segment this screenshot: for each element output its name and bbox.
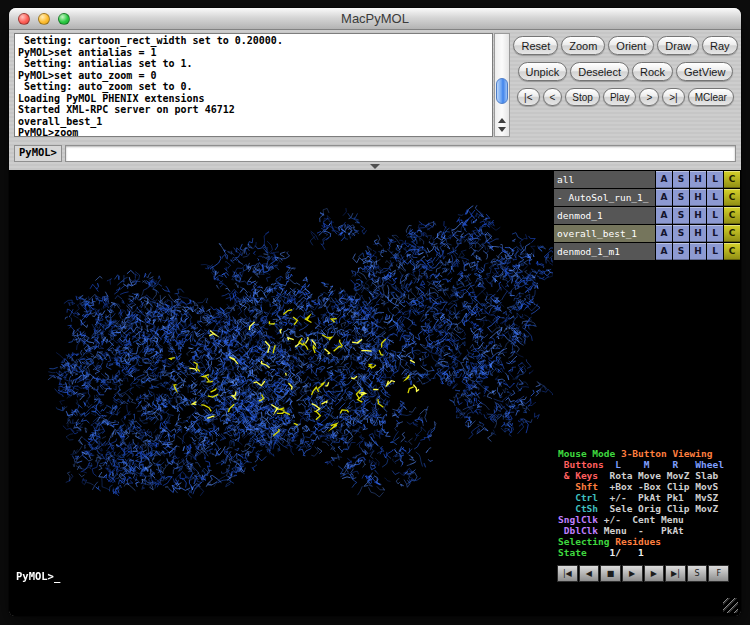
mouse-panel-text: SnglClk [558, 514, 604, 525]
object-s-button[interactable]: S [673, 243, 689, 260]
mouse-panel-text: Rota Move MovZ Slab [604, 470, 718, 481]
mouse-panel-text: +/- PkAt Pk1 MvSZ [604, 492, 718, 503]
object-name[interactable]: denmod_1_m1 [554, 243, 655, 260]
object-l-button[interactable]: L [707, 243, 723, 260]
console-line: Setting: cartoon_rect_width set to 0.200… [18, 35, 489, 47]
vcr-end-button[interactable]: ▶| [665, 565, 686, 582]
mouse-panel-text: State [558, 547, 592, 558]
window-title: MacPyMOL [9, 8, 741, 29]
console-scrollbar[interactable] [494, 33, 510, 137]
object-c-button[interactable]: C [724, 225, 740, 242]
vcr-stop-button[interactable]: ■ [600, 565, 621, 582]
object-c-button[interactable]: C [724, 243, 740, 260]
object-name[interactable]: - AutoSol_run_1_ [554, 189, 655, 206]
rock-button[interactable]: Rock [632, 62, 673, 81]
mouse-panel-text: +Box -Box Clip MovS [604, 481, 718, 492]
object-a-button[interactable]: A [656, 207, 672, 224]
object-a-button[interactable]: A [656, 243, 672, 260]
object-h-button[interactable]: H [690, 207, 706, 224]
object-l-button[interactable]: L [707, 207, 723, 224]
minimize-button[interactable] [38, 13, 50, 25]
object-name[interactable]: overall_best_1 [554, 225, 655, 242]
object-panel: allASHLC- AutoSol_run_1_ASHLCdenmod_1ASH… [554, 170, 741, 616]
object-l-button[interactable]: L [707, 189, 723, 206]
vcr-s-button[interactable]: S [687, 565, 708, 582]
movie-next-button[interactable]: > [639, 88, 659, 106]
molecule-viewport[interactable] [9, 170, 553, 616]
mclear-button[interactable]: MClear [688, 88, 734, 106]
sash[interactable] [9, 164, 741, 169]
getview-button[interactable]: GetView [676, 62, 733, 81]
object-name[interactable]: denmod_1 [554, 207, 655, 224]
sash-handle-icon[interactable] [370, 164, 380, 169]
console-line: Loading PyMOL PHENIX extensions [18, 93, 489, 105]
vcr-f-button[interactable]: F [708, 565, 729, 582]
object-s-button[interactable]: S [673, 189, 689, 206]
object-h-button[interactable]: H [690, 225, 706, 242]
scroll-up-icon[interactable] [498, 118, 506, 123]
movie-last-button[interactable]: >| [662, 88, 684, 106]
object-s-button[interactable]: S [673, 225, 689, 242]
command-input[interactable] [65, 145, 736, 162]
object-l-button[interactable]: L [707, 171, 723, 188]
mouse-panel-line: Selecting Residues [558, 536, 741, 547]
unpick-button[interactable]: Unpick [518, 62, 568, 81]
object-a-button[interactable]: A [656, 171, 672, 188]
vcr-play-button[interactable]: ▶ [622, 565, 643, 582]
object-s-button[interactable]: S [673, 207, 689, 224]
mouse-mode-panel[interactable]: Mouse Mode 3-Button Viewing Buttons L M … [558, 448, 741, 558]
scroll-down-icon[interactable] [498, 127, 506, 132]
console-line: PyMOL>set antialias = 1 [18, 47, 489, 59]
object-l-button[interactable]: L [707, 225, 723, 242]
console-line: Started XML-RPC server on port 46712 [18, 104, 489, 116]
reset-button[interactable]: Reset [513, 36, 558, 55]
object-h-button[interactable]: H [690, 189, 706, 206]
console-line: Setting: antialias set to 1. [18, 58, 489, 70]
vcr-rewind-button[interactable]: |◀ [557, 565, 578, 582]
object-row: denmod_1ASHLC [554, 207, 740, 224]
movie-prev-button[interactable]: < [543, 88, 563, 106]
close-button[interactable] [18, 13, 30, 25]
draw-button[interactable]: Draw [657, 36, 699, 55]
console-line: Setting: auto_zoom set to 0. [18, 81, 489, 93]
maximize-button[interactable] [58, 13, 70, 25]
mouse-panel-text: Selecting [558, 536, 609, 547]
object-h-button[interactable]: H [690, 243, 706, 260]
console-log[interactable]: Setting: cartoon_rect_width set to 0.200… [14, 33, 493, 137]
object-list: allASHLC- AutoSol_run_1_ASHLCdenmod_1ASH… [554, 171, 740, 261]
object-a-button[interactable]: A [656, 189, 672, 206]
movie-play-button[interactable]: Play [603, 88, 636, 106]
main-area: PyMOL>_ allASHLC- AutoSol_run_1_ASHLCden… [9, 170, 741, 616]
object-h-button[interactable]: H [690, 171, 706, 188]
resize-grip[interactable] [723, 598, 738, 613]
mouse-panel-text: Ctrl [558, 492, 604, 503]
mouse-panel-text: 1/ 1 [592, 547, 643, 558]
title-bar[interactable]: MacPyMOL [9, 8, 741, 30]
mouse-panel-text: L M R Wheel [609, 459, 723, 470]
mouse-panel-text: DblClk [558, 525, 604, 536]
mouse-panel-line: Buttons L M R Wheel [558, 459, 741, 470]
object-row: denmod_1_m1ASHLC [554, 243, 740, 260]
object-row: overall_best_1ASHLC [554, 225, 740, 242]
scrollbar-thumb[interactable] [496, 78, 508, 104]
movie-first-button[interactable]: |< [517, 88, 539, 106]
zoom-button[interactable]: Zoom [561, 36, 605, 55]
mouse-panel-line: DblClk Menu - PkAt [558, 525, 741, 536]
ray-button[interactable]: Ray [702, 36, 738, 55]
object-c-button[interactable]: C [724, 207, 740, 224]
mouse-panel-text: & Keys [558, 470, 604, 481]
vcr-step-forward-button[interactable]: ▶ [644, 565, 665, 582]
movie-stop-button[interactable]: Stop [565, 88, 600, 106]
toolbar-row-2: UnpickDeselectRockGetView [518, 62, 734, 81]
vcr-step-back-button[interactable]: ◀ [579, 565, 600, 582]
movie-controls: |◀◀■▶▶▶|SF [557, 565, 729, 582]
object-a-button[interactable]: A [656, 225, 672, 242]
toolbar-row-3: |<<StopPlay>>|MClear [517, 88, 734, 106]
object-c-button[interactable]: C [724, 171, 740, 188]
deselect-button[interactable]: Deselect [570, 62, 629, 81]
mouse-panel-text: 3-Button Viewing [615, 448, 712, 459]
object-c-button[interactable]: C [724, 189, 740, 206]
orient-button[interactable]: Orient [608, 36, 654, 55]
object-name[interactable]: all [554, 171, 655, 188]
object-s-button[interactable]: S [673, 171, 689, 188]
